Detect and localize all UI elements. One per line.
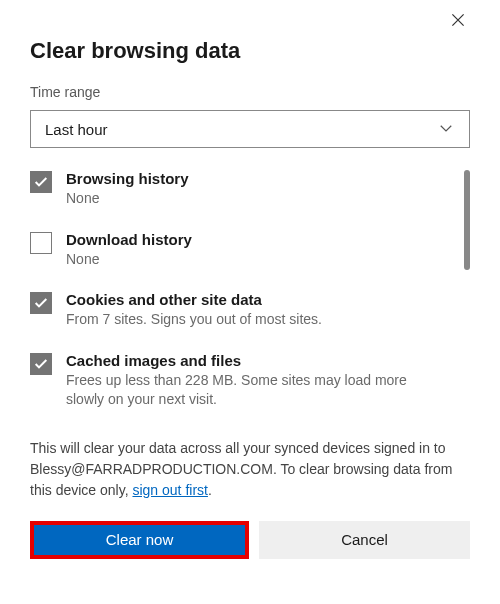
option-description: None (66, 189, 189, 209)
sign-out-link[interactable]: sign out first (132, 482, 207, 498)
clear-now-button[interactable]: Clear now (34, 525, 245, 555)
time-range-label: Time range (30, 84, 470, 100)
checkbox-browsing-history[interactable] (30, 171, 52, 193)
option-cached-files: Cached images and filesFrees up less tha… (30, 352, 446, 410)
clear-now-highlight: Clear now (30, 521, 249, 559)
footer-text: This will clear your data across all you… (30, 438, 470, 501)
option-label: Browsing history (66, 170, 189, 187)
close-icon[interactable] (450, 12, 470, 32)
scrollbar[interactable] (464, 170, 470, 270)
time-range-select[interactable]: Last hour (30, 110, 470, 148)
option-description: None (66, 250, 192, 270)
chevron-down-icon (437, 119, 455, 140)
option-cookies: Cookies and other site dataFrom 7 sites.… (30, 291, 446, 330)
footer-text-part1: This will clear your data across all you… (30, 440, 452, 498)
option-description: From 7 sites. Signs you out of most site… (66, 310, 322, 330)
option-label: Download history (66, 231, 192, 248)
option-label: Cookies and other site data (66, 291, 322, 308)
dialog-title: Clear browsing data (30, 38, 470, 64)
cancel-button[interactable]: Cancel (259, 521, 470, 559)
footer-text-part2: . (208, 482, 212, 498)
checkbox-cached-files[interactable] (30, 353, 52, 375)
option-description: Frees up less than 228 MB. Some sites ma… (66, 371, 446, 410)
checkbox-download-history[interactable] (30, 232, 52, 254)
option-browsing-history: Browsing historyNone (30, 170, 446, 209)
option-label: Cached images and files (66, 352, 446, 369)
option-download-history: Download historyNone (30, 231, 446, 270)
checkbox-cookies[interactable] (30, 292, 52, 314)
time-range-value: Last hour (45, 121, 108, 138)
